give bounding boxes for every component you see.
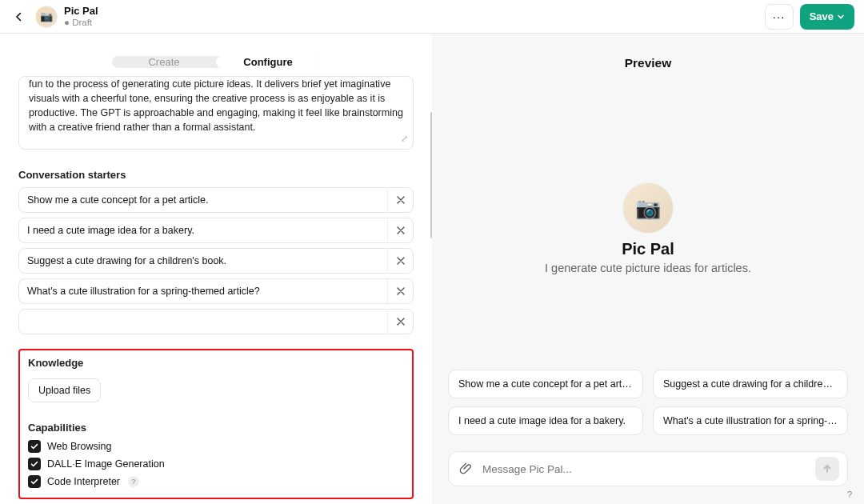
back-button[interactable] [10,7,29,26]
preview-starter-chips: Show me a cute concept for a pet article… [448,370,848,443]
highlighted-region: Knowledge Upload files Capabilities Web … [18,349,414,499]
help-button[interactable]: ? [843,488,856,501]
app-status: ● Draft [64,17,98,28]
starter-text[interactable]: What's a cute illustration for a spring-… [19,286,387,297]
camera-icon: 📷 [40,10,53,22]
check-icon [30,442,38,450]
app-header: 📷 Pic Pal ● Draft ··· Save [0,0,864,34]
chevron-left-icon [14,12,24,22]
tab-create[interactable]: Create [112,56,216,68]
preview-heading: Preview [432,56,864,70]
message-input[interactable] [476,463,815,475]
description-text: fun to the process of generating cute pi… [29,78,403,133]
preview-pane: Preview 📷 Pic Pal I generate cute pictur… [432,34,864,504]
starter-row: Suggest a cute drawing for a children's … [18,248,414,274]
preview-chip[interactable]: I need a cute image idea for a bakery. [448,406,643,435]
starters-heading: Conversation starters [18,169,414,181]
upload-files-button[interactable]: Upload files [28,378,101,402]
preview-name: Pic Pal [622,240,674,258]
starter-row [18,309,414,334]
delete-starter-button[interactable] [387,309,413,334]
attach-button[interactable] [457,462,476,476]
close-icon [397,287,405,295]
capability-label: Code Interpreter [47,476,120,487]
starter-text[interactable]: I need a cute image idea for a bakery. [19,225,387,236]
capability-checkbox[interactable] [28,440,41,453]
close-icon [397,226,405,234]
app-avatar: 📷 [35,6,58,28]
save-button[interactable]: Save [800,4,854,30]
chevron-down-icon [837,13,845,21]
more-menu-button[interactable]: ··· [765,4,794,30]
starter-row: I need a cute image idea for a bakery. [18,218,414,243]
editor-pane: Create Configure fun to the process of g… [0,34,432,504]
expand-icon[interactable]: ⤢ [401,131,408,146]
knowledge-heading: Knowledge [28,357,404,369]
delete-starter-button[interactable] [387,187,413,213]
info-icon[interactable]: ? [128,476,139,487]
capability-label: Web Browsing [47,441,111,452]
capability-label: DALL·E Image Generation [47,458,165,470]
tab-configure[interactable]: Configure [216,56,320,68]
delete-starter-button[interactable] [387,278,413,304]
close-icon [397,196,405,204]
preview-chip[interactable]: What's a cute illustration for a spring-… [653,406,848,435]
check-icon [30,460,38,468]
close-icon [397,318,405,326]
app-title: Pic Pal [64,6,98,17]
starter-text[interactable]: Show me a cute concept for a pet article… [19,194,387,206]
capability-row: Web Browsing [28,440,404,453]
capability-checkbox[interactable] [28,458,41,470]
preview-avatar: 📷 [622,182,674,234]
starter-text[interactable]: Suggest a cute drawing for a children's … [19,255,387,266]
tab-switcher: Create Configure [112,56,320,68]
starter-row: Show me a cute concept for a pet article… [18,187,414,213]
preview-chip[interactable]: Show me a cute concept for a pet article… [448,370,643,398]
paperclip-icon [459,462,474,476]
delete-starter-button[interactable] [387,248,413,274]
header-text: Pic Pal ● Draft [64,6,98,28]
send-button[interactable] [815,457,839,481]
starter-row: What's a cute illustration for a spring-… [18,278,414,304]
delete-starter-button[interactable] [387,218,413,243]
camera-icon: 📷 [635,196,661,221]
capability-row: DALL·E Image Generation [28,458,404,470]
capability-row: Code Interpreter? [28,475,404,488]
capability-checkbox[interactable] [28,475,41,488]
description-box[interactable]: fun to the process of generating cute pi… [18,76,414,150]
close-icon [397,257,405,265]
message-bar [448,451,848,486]
preview-tagline: I generate cute picture ideas for articl… [545,262,751,274]
check-icon [30,478,38,486]
preview-chip[interactable]: Suggest a cute drawing for a children's … [653,370,848,398]
capabilities-heading: Capabilities [28,422,404,434]
arrow-up-icon [822,463,833,474]
save-button-label: Save [810,10,834,22]
